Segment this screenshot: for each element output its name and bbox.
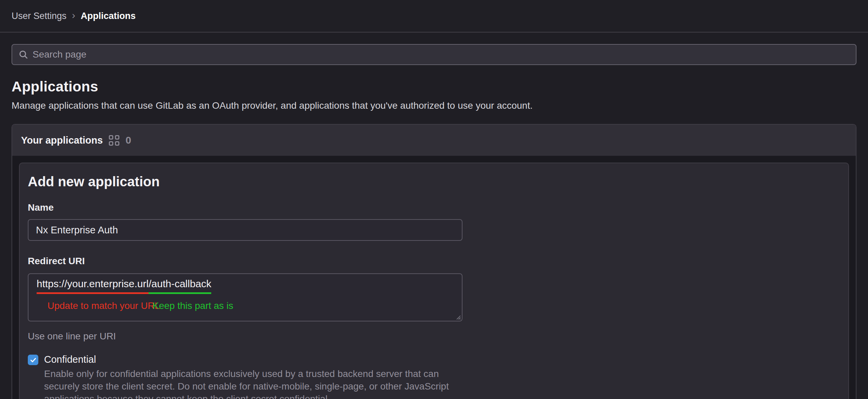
add-application-title: Add new application <box>28 174 840 189</box>
breadcrumb: User Settings › Applications <box>12 11 136 21</box>
page-title: Applications <box>12 79 856 95</box>
confidential-label[interactable]: Confidential <box>44 354 96 365</box>
breadcrumb-user-settings[interactable]: User Settings <box>12 11 66 21</box>
redirect-uri-label: Redirect URI <box>28 256 840 267</box>
confidential-row: Confidential <box>28 354 840 365</box>
search-icon <box>18 49 28 60</box>
applications-grid-icon <box>109 135 119 146</box>
annotation-update-url: Update to match your URL <box>47 300 160 311</box>
confidential-checkbox[interactable] <box>28 355 38 365</box>
redirect-uri-host-part: https://your.enterprise.url <box>37 278 149 294</box>
section-body: Add new application Name Redirect URI ht… <box>12 156 856 399</box>
page-description: Manage applications that can use GitLab … <box>12 100 856 111</box>
name-input[interactable] <box>28 219 462 241</box>
add-application-card: Add new application Name Redirect URI ht… <box>19 163 849 399</box>
resize-grip-icon[interactable] <box>455 314 461 320</box>
your-applications-section: Your applications 0 Add new application … <box>12 124 856 399</box>
checkmark-icon <box>29 356 37 364</box>
confidential-help: Enable only for confidential application… <box>44 368 463 399</box>
annotation-keep-part: Keep this part as is <box>153 300 233 311</box>
name-label: Name <box>28 202 840 213</box>
redirect-uri-path-part: /auth-callback <box>149 278 211 294</box>
chevron-right-icon: › <box>72 10 75 20</box>
redirect-uri-value: https://your.enterprise.url/auth-callbac… <box>37 278 454 290</box>
your-applications-header: Your applications 0 <box>12 125 856 156</box>
search-input[interactable]: Search page <box>12 44 856 65</box>
redirect-uri-help: Use one line per URI <box>28 331 840 342</box>
applications-count-badge: 0 <box>125 134 131 146</box>
top-bar: User Settings › Applications <box>0 0 868 33</box>
breadcrumb-applications: Applications <box>81 11 136 21</box>
main-content: Search page Applications Manage applicat… <box>0 44 868 399</box>
search-placeholder: Search page <box>33 49 86 60</box>
section-title: Your applications <box>21 135 103 146</box>
redirect-uri-textarea[interactable]: https://your.enterprise.url/auth-callbac… <box>28 273 462 321</box>
